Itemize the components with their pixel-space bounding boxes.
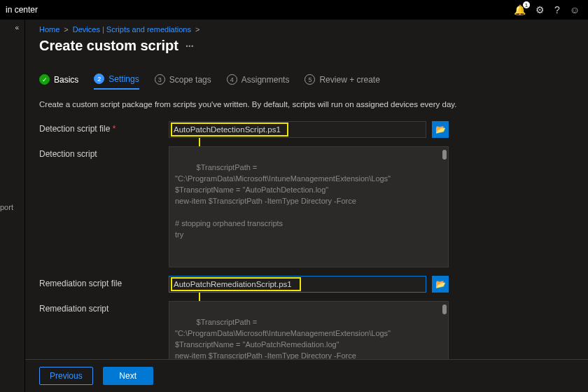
step-assignments[interactable]: 4 Assignments: [227, 74, 290, 89]
sidebar-collapsed: « port: [0, 20, 25, 392]
step-number-icon: 2: [94, 74, 104, 84]
next-button[interactable]: Next: [103, 367, 153, 385]
breadcrumb: Home > Devices | Scripts and remediation…: [39, 25, 574, 34]
page-title-text: Create custom script: [39, 38, 178, 54]
sidebar-collapse-toggle[interactable]: «: [15, 24, 24, 31]
detection-script-preview[interactable]: $TranscriptPath = "C:\ProgramData\Micros…: [169, 146, 449, 267]
breadcrumb-home[interactable]: Home: [39, 25, 59, 34]
step-label: Review + create: [319, 75, 379, 85]
browse-icon[interactable]: 📂: [432, 276, 449, 293]
main-content: Home > Devices | Scripts and remediation…: [25, 20, 588, 392]
step-description: Create a custom script package from scri…: [39, 100, 574, 108]
app-title: in center: [6, 5, 38, 15]
step-label: Basics: [54, 75, 78, 85]
step-label: Settings: [108, 74, 139, 84]
step-scope-tags[interactable]: 3 Scope tags: [155, 74, 211, 89]
scrollbar-thumb[interactable]: [442, 304, 447, 314]
step-basics[interactable]: ✓ Basics: [39, 74, 78, 89]
step-number-icon: 5: [304, 74, 315, 85]
more-actions-icon[interactable]: ···: [186, 41, 194, 52]
detection-file-input[interactable]: [169, 125, 426, 134]
settings-icon[interactable]: ⚙: [536, 4, 545, 15]
step-label: Scope tags: [169, 75, 211, 85]
help-icon[interactable]: ?: [554, 4, 560, 15]
step-number-icon: 4: [227, 74, 237, 85]
detection-script-label: Detection script: [39, 146, 169, 159]
step-check-icon: ✓: [39, 74, 50, 85]
step-label: Assignments: [241, 75, 290, 85]
page-title: Create custom script ···: [39, 38, 574, 54]
scrollbar-thumb[interactable]: [442, 150, 447, 160]
top-bar: in center 🔔 1 ⚙ ? ☺: [0, 0, 588, 20]
notification-badge: 1: [523, 1, 530, 8]
wizard-footer: Previous Next: [25, 359, 588, 392]
remediation-file-input[interactable]: [169, 280, 426, 288]
sidebar-partial-label: port: [0, 203, 13, 211]
step-settings[interactable]: 2 Settings: [94, 74, 139, 90]
browse-icon[interactable]: 📂: [432, 121, 449, 138]
breadcrumb-devices[interactable]: Devices | Scripts and remediations: [73, 25, 191, 34]
feedback-icon[interactable]: ☺: [570, 4, 580, 15]
step-review[interactable]: 5 Review + create: [304, 74, 379, 89]
wizard-steps: ✓ Basics 2 Settings 3 Scope tags 4 Assig…: [39, 74, 574, 90]
previous-button[interactable]: Previous: [39, 367, 93, 385]
detection-file-label: Detection script file *: [39, 121, 169, 134]
breadcrumb-sep: >: [64, 25, 68, 34]
step-number-icon: 3: [155, 74, 165, 85]
remediation-script-label: Remediation script: [39, 301, 169, 314]
remediation-file-label: Remediation script file: [39, 276, 169, 288]
breadcrumb-sep: >: [195, 25, 200, 34]
notifications-icon[interactable]: 🔔 1: [514, 4, 526, 15]
